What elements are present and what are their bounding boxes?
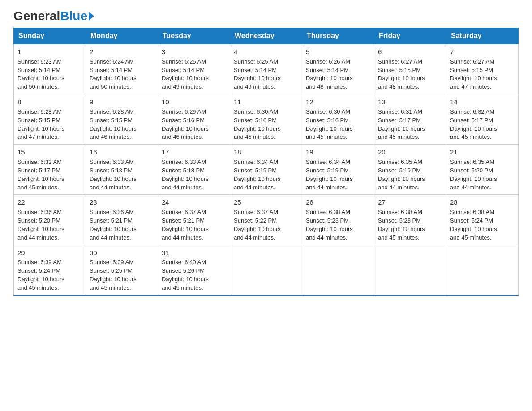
daylight-label: Daylight: 10 hoursand 45 minutes. <box>90 276 137 291</box>
calendar-cell: 14Sunrise: 6:32 AMSunset: 5:17 PMDayligh… <box>446 94 519 145</box>
day-number: 9 <box>90 97 154 107</box>
daylight-label: Daylight: 10 hoursand 49 minutes. <box>162 75 209 90</box>
sunrise-label: Sunrise: 6:29 AM <box>162 108 206 115</box>
calendar-cell: 21Sunrise: 6:35 AMSunset: 5:20 PMDayligh… <box>446 145 519 195</box>
logo: General Blue <box>13 9 94 23</box>
calendar-cell: 19Sunrise: 6:34 AMSunset: 5:19 PMDayligh… <box>302 145 374 195</box>
sunrise-label: Sunrise: 6:28 AM <box>17 108 62 115</box>
calendar-cell: 20Sunrise: 6:35 AMSunset: 5:19 PMDayligh… <box>374 145 446 195</box>
sunrise-label: Sunrise: 6:36 AM <box>17 209 62 215</box>
daylight-label: Daylight: 10 hoursand 45 minutes. <box>162 276 209 291</box>
logo-arrow-icon <box>89 12 94 21</box>
sunset-label: Sunset: 5:15 PM <box>17 117 60 124</box>
sunset-label: Sunset: 5:18 PM <box>162 167 205 174</box>
daylight-label: Daylight: 10 hoursand 45 minutes. <box>378 125 425 141</box>
sunrise-label: Sunrise: 6:34 AM <box>234 158 278 165</box>
sunset-label: Sunset: 5:14 PM <box>162 67 205 73</box>
day-number: 16 <box>90 147 154 157</box>
sunrise-label: Sunrise: 6:38 AM <box>450 209 494 215</box>
sunrise-label: Sunrise: 6:25 AM <box>162 58 206 65</box>
daylight-label: Daylight: 10 hoursand 44 minutes. <box>17 226 64 241</box>
sunrise-label: Sunrise: 6:23 AM <box>17 58 62 65</box>
sunrise-label: Sunrise: 6:37 AM <box>162 209 206 215</box>
day-number: 24 <box>162 197 226 207</box>
daylight-label: Daylight: 10 hoursand 45 minutes. <box>17 276 64 291</box>
sunrise-label: Sunrise: 6:37 AM <box>234 209 278 215</box>
calendar-week-row: 1Sunrise: 6:23 AMSunset: 5:14 PMDaylight… <box>14 44 519 94</box>
sunset-label: Sunset: 5:14 PM <box>234 67 277 73</box>
daylight-label: Daylight: 10 hoursand 44 minutes. <box>450 176 497 191</box>
sunset-label: Sunset: 5:17 PM <box>450 117 493 124</box>
daylight-label: Daylight: 10 hoursand 45 minutes. <box>306 125 353 141</box>
day-number: 1 <box>17 47 82 57</box>
day-number: 18 <box>234 147 298 157</box>
sunset-label: Sunset: 5:20 PM <box>17 217 60 224</box>
sunrise-label: Sunrise: 6:33 AM <box>162 158 206 165</box>
daylight-label: Daylight: 10 hoursand 44 minutes. <box>162 176 209 191</box>
calendar-cell: 10Sunrise: 6:29 AMSunset: 5:16 PMDayligh… <box>158 94 230 145</box>
daylight-label: Daylight: 10 hoursand 45 minutes. <box>450 125 497 141</box>
sunrise-label: Sunrise: 6:35 AM <box>378 158 422 165</box>
daylight-label: Daylight: 10 hoursand 47 minutes. <box>17 125 64 141</box>
sunrise-label: Sunrise: 6:39 AM <box>90 259 134 265</box>
daylight-label: Daylight: 10 hoursand 44 minutes. <box>306 226 353 241</box>
day-number: 10 <box>162 97 226 107</box>
daylight-label: Daylight: 10 hoursand 45 minutes. <box>17 176 64 191</box>
day-number: 27 <box>378 197 442 207</box>
day-number: 23 <box>90 197 154 207</box>
sunset-label: Sunset: 5:16 PM <box>234 117 277 124</box>
sunrise-label: Sunrise: 6:27 AM <box>378 58 422 65</box>
day-number: 30 <box>90 248 154 258</box>
sunset-label: Sunset: 5:23 PM <box>378 217 421 224</box>
calendar-cell: 12Sunrise: 6:30 AMSunset: 5:16 PMDayligh… <box>302 94 374 145</box>
sunrise-label: Sunrise: 6:30 AM <box>234 108 278 115</box>
sunrise-label: Sunrise: 6:30 AM <box>306 108 350 115</box>
calendar-cell: 30Sunrise: 6:39 AMSunset: 5:25 PMDayligh… <box>86 245 158 295</box>
calendar-cell <box>302 245 374 295</box>
calendar-cell: 29Sunrise: 6:39 AMSunset: 5:24 PMDayligh… <box>14 245 86 295</box>
calendar-cell: 24Sunrise: 6:37 AMSunset: 5:21 PMDayligh… <box>158 195 230 245</box>
calendar-cell <box>446 245 519 295</box>
daylight-label: Daylight: 10 hoursand 49 minutes. <box>234 75 281 90</box>
header-cell-wednesday: Wednesday <box>230 28 302 44</box>
sunset-label: Sunset: 5:14 PM <box>17 67 60 73</box>
calendar-table: SundayMondayTuesdayWednesdayThursdayFrid… <box>13 28 519 296</box>
sunset-label: Sunset: 5:19 PM <box>378 167 421 174</box>
calendar-cell: 3Sunrise: 6:25 AMSunset: 5:14 PMDaylight… <box>158 44 230 94</box>
day-number: 25 <box>234 197 298 207</box>
sunset-label: Sunset: 5:15 PM <box>450 67 493 73</box>
logo-blue-text: Blue <box>60 9 87 23</box>
calendar-cell: 8Sunrise: 6:28 AMSunset: 5:15 PMDaylight… <box>14 94 86 145</box>
calendar-cell: 23Sunrise: 6:36 AMSunset: 5:21 PMDayligh… <box>86 195 158 245</box>
sunrise-label: Sunrise: 6:28 AM <box>90 108 134 115</box>
day-number: 19 <box>306 147 370 157</box>
sunset-label: Sunset: 5:22 PM <box>234 217 277 224</box>
daylight-label: Daylight: 10 hoursand 48 minutes. <box>306 75 353 90</box>
daylight-label: Daylight: 10 hoursand 46 minutes. <box>234 125 281 141</box>
daylight-label: Daylight: 10 hoursand 44 minutes. <box>306 176 353 191</box>
day-number: 31 <box>162 248 226 258</box>
daylight-label: Daylight: 10 hoursand 44 minutes. <box>378 176 425 191</box>
sunset-label: Sunset: 5:18 PM <box>90 167 133 174</box>
sunset-label: Sunset: 5:17 PM <box>17 167 60 174</box>
sunset-label: Sunset: 5:24 PM <box>450 217 493 224</box>
daylight-label: Daylight: 10 hoursand 44 minutes. <box>162 226 209 241</box>
day-number: 14 <box>450 97 515 107</box>
sunrise-label: Sunrise: 6:26 AM <box>306 58 350 65</box>
calendar-cell: 18Sunrise: 6:34 AMSunset: 5:19 PMDayligh… <box>230 145 302 195</box>
sunset-label: Sunset: 5:16 PM <box>306 117 349 124</box>
day-number: 13 <box>378 97 442 107</box>
page-header: General Blue <box>13 9 519 23</box>
sunset-label: Sunset: 5:14 PM <box>90 67 133 73</box>
calendar-cell: 17Sunrise: 6:33 AMSunset: 5:18 PMDayligh… <box>158 145 230 195</box>
sunset-label: Sunset: 5:24 PM <box>17 267 60 274</box>
daylight-label: Daylight: 10 hoursand 44 minutes. <box>234 226 281 241</box>
sunrise-label: Sunrise: 6:32 AM <box>17 158 62 165</box>
calendar-cell: 1Sunrise: 6:23 AMSunset: 5:14 PMDaylight… <box>14 44 86 94</box>
day-number: 20 <box>378 147 442 157</box>
calendar-cell: 6Sunrise: 6:27 AMSunset: 5:15 PMDaylight… <box>374 44 446 94</box>
sunset-label: Sunset: 5:26 PM <box>162 267 205 274</box>
sunset-label: Sunset: 5:16 PM <box>162 117 205 124</box>
sunrise-label: Sunrise: 6:38 AM <box>306 209 350 215</box>
calendar-cell: 13Sunrise: 6:31 AMSunset: 5:17 PMDayligh… <box>374 94 446 145</box>
